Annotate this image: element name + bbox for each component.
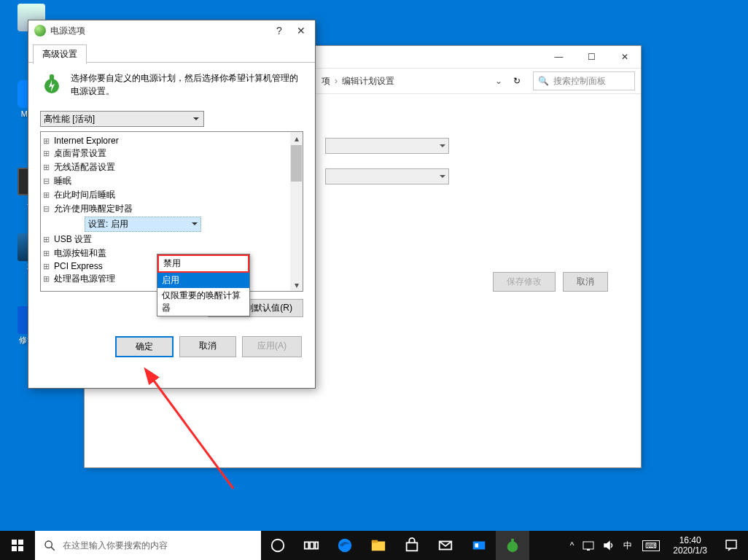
mail-taskbar-icon[interactable]	[429, 531, 462, 560]
time: 16:40	[673, 535, 707, 545]
clock[interactable]: 16:40 2020/1/3	[666, 535, 714, 556]
setting-value: 启用	[111, 218, 128, 230]
sleep-after-combo[interactable]	[325, 168, 449, 184]
tree-item-desktop-bg[interactable]: 桌面背景设置	[54, 147, 106, 160]
svg-rect-24	[726, 540, 736, 548]
store-taskbar-icon[interactable]	[395, 531, 429, 560]
tab-advanced[interactable]: 高级设置	[33, 44, 87, 64]
tree-item-usb[interactable]: USB 设置	[54, 233, 92, 246]
taskbar: 在这里输入你要搜索的内容 ^ 中 ⌨ 16:40 2020/1/3	[0, 531, 748, 560]
tab-strip: 高级设置	[28, 44, 315, 63]
tree-item-cpu[interactable]: 处理器电源管理	[54, 273, 115, 285]
tree-item-wifi[interactable]: 无线适配器设置	[54, 161, 115, 174]
collapse-icon[interactable]: ⊟	[41, 176, 51, 187]
date: 2020/1/3	[673, 545, 707, 556]
svg-rect-21	[511, 539, 514, 544]
dropdown-option-disable[interactable]: 禁用	[157, 254, 249, 273]
scroll-down-icon[interactable]: ▾	[290, 279, 303, 291]
ime-indicator[interactable]: 中	[619, 531, 636, 560]
tree-item-sleep[interactable]: 睡眠	[54, 175, 71, 187]
tree-item-ie[interactable]: Internet Explorer	[54, 136, 119, 146]
dialog-title: 电源选项	[50, 25, 268, 37]
task-view-icon[interactable]	[295, 531, 328, 560]
svg-point-7	[45, 541, 52, 548]
explorer-taskbar-icon[interactable]	[362, 531, 395, 560]
expand-icon[interactable]: ⊞	[41, 274, 51, 284]
edge-taskbar-icon[interactable]	[328, 531, 362, 560]
power-options-taskbar-icon[interactable]	[496, 531, 529, 560]
svg-rect-6	[18, 546, 23, 551]
cancel-button[interactable]: 取消	[563, 272, 608, 292]
breadcrumb-item[interactable]: 项	[322, 75, 330, 88]
dialog-titlebar[interactable]: 电源选项 ? ✕	[28, 20, 315, 41]
search-input[interactable]: 🔍 搜索控制面板	[533, 71, 635, 90]
power-options-dialog: 电源选项 ? ✕ 高级设置 选择你要自定义的电源计划，然后选择你希望计算机管理的…	[28, 20, 316, 389]
tray-overflow-icon[interactable]: ^	[566, 531, 579, 560]
svg-rect-10	[305, 542, 309, 548]
maximize-button[interactable]: ☐	[575, 46, 608, 68]
svg-rect-5	[12, 546, 17, 551]
display-off-combo[interactable]	[325, 138, 449, 154]
battery-icon	[40, 71, 63, 95]
scroll-thumb[interactable]	[291, 145, 302, 182]
expand-icon[interactable]: ⊞	[41, 190, 51, 201]
cortana-icon[interactable]	[261, 531, 295, 560]
svg-rect-4	[18, 540, 23, 545]
volume-icon[interactable]	[599, 531, 619, 560]
ok-button[interactable]: 确定	[115, 336, 174, 357]
minimize-button[interactable]: —	[542, 46, 575, 68]
close-button[interactable]: ✕	[290, 25, 312, 36]
tree-item-sleep-after[interactable]: 在此时间后睡眠	[54, 189, 115, 201]
svg-rect-3	[12, 540, 17, 545]
power-plan-value: 高性能 [活动]	[44, 113, 200, 125]
expand-icon[interactable]: ⊞	[41, 235, 51, 245]
breadcrumb-item[interactable]: 编辑计划设置	[342, 75, 394, 88]
expand-icon[interactable]: ⊞	[41, 149, 51, 159]
expand-icon[interactable]: ⊞	[41, 163, 51, 173]
start-button[interactable]	[0, 531, 35, 560]
collapse-icon[interactable]: ⊟	[41, 204, 51, 214]
ime-keyboard-icon[interactable]: ⌨	[636, 531, 666, 560]
svg-rect-14	[372, 542, 385, 551]
save-button[interactable]: 保存修改	[493, 272, 556, 292]
wake-timer-dropdown: 禁用 启用 仅限重要的唤醒计算器	[157, 254, 250, 316]
dropdown-option-enable[interactable]: 启用	[157, 273, 249, 288]
tree-item-power-button[interactable]: 电源按钮和盖	[54, 247, 106, 260]
tree-item-wake-timer[interactable]: 允许使用唤醒定时器	[54, 203, 133, 215]
svg-rect-16	[407, 542, 418, 551]
tree-item-pci[interactable]: PCI Express	[54, 261, 103, 271]
power-plan-combo[interactable]: 高性能 [活动]	[40, 111, 204, 127]
svg-rect-15	[372, 540, 378, 543]
svg-rect-11	[310, 542, 314, 548]
svg-rect-12	[316, 542, 319, 548]
expand-icon[interactable]: ⊞	[41, 261, 51, 271]
action-center-icon[interactable]	[714, 531, 748, 560]
search-icon: 🔍	[538, 76, 549, 86]
taskbar-search[interactable]: 在这里输入你要搜索的内容	[35, 531, 261, 560]
search-icon	[44, 540, 55, 551]
power-icon	[34, 25, 46, 36]
expand-icon[interactable]: ⊞	[41, 136, 51, 146]
search-placeholder: 搜索控制面板	[553, 75, 606, 88]
svg-rect-19	[475, 543, 479, 548]
svg-rect-23	[587, 549, 590, 551]
dialog-description: 选择你要自定义的电源计划，然后选择你希望计算机管理的电源设置。	[71, 71, 303, 98]
dropdown-option-important[interactable]: 仅限重要的唤醒计算器	[157, 288, 249, 316]
address-drop-button[interactable]: ⌄	[491, 76, 507, 86]
settings-taskbar-icon[interactable]	[462, 531, 496, 560]
expand-icon[interactable]: ⊞	[41, 249, 51, 259]
wake-timer-setting-combo[interactable]: 设置: 启用	[85, 217, 201, 232]
svg-rect-18	[473, 542, 486, 550]
help-button[interactable]: ?	[268, 25, 290, 36]
svg-rect-22	[583, 542, 593, 549]
close-button[interactable]: ✕	[608, 46, 641, 68]
chevron-right-icon: ›	[335, 76, 338, 86]
refresh-button[interactable]: ↻	[507, 76, 527, 86]
network-icon[interactable]	[578, 531, 599, 560]
svg-line-8	[51, 547, 55, 551]
setting-label: 设置:	[88, 218, 108, 230]
apply-button[interactable]: 应用(A)	[242, 336, 302, 357]
scroll-up-icon[interactable]: ▴	[290, 132, 303, 144]
cancel-button[interactable]: 取消	[179, 336, 236, 357]
scrollbar[interactable]: ▴ ▾	[290, 132, 303, 291]
